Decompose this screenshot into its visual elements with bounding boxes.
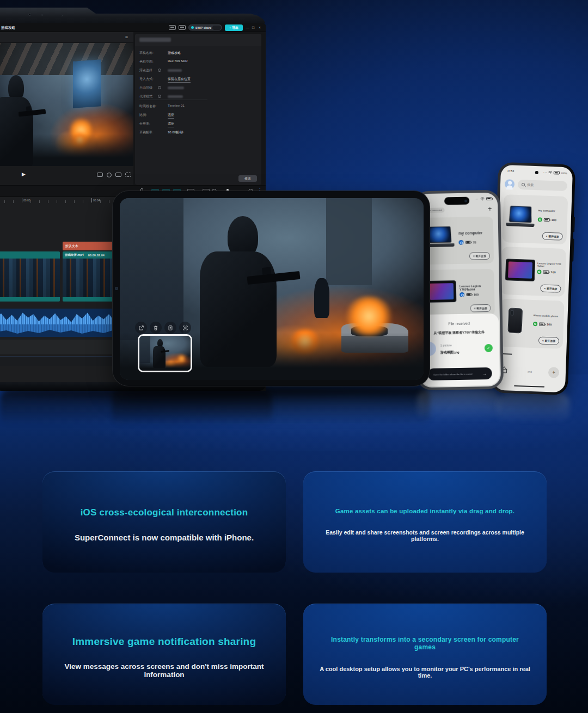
volume-button [572,238,574,261]
feature-subtitle: A cool desktop setup allows you to monit… [320,666,530,679]
battery-percent: 100% [561,171,567,174]
close-icon: × [544,287,546,290]
battery-icon [465,241,471,244]
ruler-mark: 00:03 [22,198,30,202]
disconnect-button[interactable]: × 断开连接 [540,284,561,292]
device-card-computer[interactable]: my computer 78 × 断开连接 [421,217,494,265]
draft-properties-panel: 草稿名称: 游戏攻略 色彩空间: Rec.709 SDR 浮点选择i 导入方式:… [135,34,261,185]
property-row: 草稿帧率: 30.00帧/秒 [139,130,257,137]
status-icons: ··· [475,197,493,201]
disconnect-button[interactable]: × 断开连接 [542,232,563,241]
share-label: SWIP share [195,26,211,29]
connection-status: 100 [537,269,555,274]
minimize-button[interactable]: — [246,25,249,30]
preview-header: ≡ [0,32,133,43]
redacted-value [168,87,184,89]
video-clip-segment[interactable] [0,251,60,302]
quality-icon[interactable] [97,173,103,177]
iphone-reflection [417,390,500,420]
device-card-tablet[interactable]: Lenovo Legion Y700Tablet 100 × 断开连接 [422,269,494,317]
device-card-computer[interactable]: my computer 100 × 断开连接 [502,194,568,244]
feature-card-secondary-screen: Instantly transforms into a secondary sc… [303,604,547,705]
connection-status: 100 [538,217,556,222]
webcam-led-icon [41,14,43,16]
fullscreen-icon[interactable] [125,173,131,177]
export-up-icon: ↑ [229,26,231,29]
property-row: 导入方式: 保留在原有位置 [139,77,257,83]
signal-icon: ··· [543,171,548,174]
edit-note-button[interactable] [164,322,176,334]
feature-title: Game assets can be uploaded instantly vi… [335,508,514,514]
property-row: 浮点选择i [139,68,257,75]
device-card-tablet[interactable]: Lenovo Legion Y700 Tablet 100 × 断开连接 [500,247,566,297]
play-button[interactable]: ▶ [22,171,26,177]
preview-video-frame [0,43,133,166]
delete-button[interactable] [150,322,162,334]
layout-panel-icon[interactable] [169,25,176,30]
wifi-icon [548,171,553,174]
device-card-iphone[interactable]: iPhone mobile phone 100 × 断开连接 [499,299,565,349]
redacted-value [168,95,183,98]
connected-icon [533,322,537,326]
ir-sensor-icon [61,15,63,16]
phone-image [508,308,523,333]
maximize-button[interactable]: □ [252,25,254,30]
add-device-button[interactable]: + [488,205,492,213]
screenshot-button[interactable] [179,322,191,334]
battery-icon [486,197,492,200]
battery-icon [543,271,549,274]
sheet-title: File received [419,321,499,327]
file-received-sheet: File received 从“联想平板 拯救者Y700”传输文件 1 pict… [419,314,500,387]
close-button[interactable]: × [259,25,261,30]
power-button [573,217,575,232]
feature-subtitle: View messages across screens and don't m… [59,662,270,679]
open-folder-button[interactable]: Open the folder where the file is saved … [428,367,492,380]
disconnect-button[interactable]: × 断开连接 [538,336,560,345]
info-icon: i [158,95,161,98]
connected-icon [460,292,464,297]
close-icon: × [542,339,544,342]
home-indicator[interactable] [514,385,544,387]
share-button[interactable] [135,322,147,334]
success-check-icon: ✓ [485,344,493,352]
search-input[interactable]: 搜索 [518,180,568,191]
swip-share-button[interactable]: SWIP share [188,24,222,30]
battery-icon [554,171,560,174]
file-name: 游戏截图.jpg [440,350,460,355]
front-camera-icon [535,171,538,174]
close-icon: × [473,254,475,257]
laptop-image [506,204,535,229]
connected-icon [537,269,541,274]
tablet-image [427,280,457,303]
export-label: 导出 [232,26,238,30]
properties-header [135,34,261,46]
ratio-icon[interactable] [115,173,121,177]
property-row: 自由层级i [139,85,257,92]
tablet-device [112,190,430,386]
add-device-button[interactable]: + [548,367,560,378]
export-button[interactable]: ↑ 导出 [225,24,243,31]
arrow-right-icon: → [482,371,487,376]
laptop-lid-bezel [0,8,267,23]
screenshot-thumbnail[interactable] [138,334,192,372]
avatar[interactable] [505,179,515,189]
feature-subtitle: Easily edit and share screenshots and sc… [320,529,530,542]
disconnect-button[interactable]: × 断开连接 [469,252,490,260]
laptop-reflection [0,390,272,425]
disconnect-button[interactable]: × 断开连接 [470,304,491,312]
connected-icon [458,240,463,245]
preview-menu-icon[interactable]: ≡ [125,34,128,40]
close-icon: × [546,235,548,238]
editor-titlebar: 游戏攻略 SWIP share ↑ 导出 — □ × [0,23,266,32]
clip-duration: 00:00:02:04 [88,254,105,257]
panel-divider [139,100,207,100]
magnify-icon[interactable] [107,173,112,177]
connection-status: 100 [460,292,479,297]
layout-switch-icon[interactable] [179,25,186,30]
wifi-icon [480,197,485,200]
connected-icon [538,217,542,222]
dynamic-island [444,197,469,205]
search-placeholder: 搜索 [527,182,534,187]
modify-button[interactable]: 修改 [238,175,257,182]
property-row: 比例: 适应 [139,113,257,119]
